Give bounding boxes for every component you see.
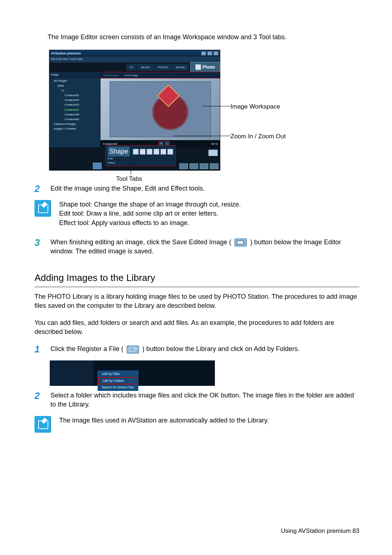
text-fragment: Click the Register a File ( <box>50 345 123 352</box>
callout-label: Zoom In / Zoom Out <box>230 133 286 140</box>
step-3-text: When finishing editing an image, click t… <box>50 238 359 256</box>
lib-step-2-text: Select a folder which includes image fil… <box>50 391 359 409</box>
intro-text: The Image Editor screen consists of an I… <box>48 33 359 42</box>
tool-tab-edit[interactable]: Edit <box>108 156 173 160</box>
mini-panel-left <box>50 360 93 386</box>
note-icon <box>34 200 51 217</box>
callout-label: Image Workspace <box>230 103 280 110</box>
app-window: AVStation premium File Edit View Tools H… <box>49 50 220 170</box>
library-para-2: You can add files, add folders or search… <box>34 318 359 336</box>
window-title: AVStation premium <box>51 51 81 56</box>
tool-tab-shape[interactable]: Shape <box>108 147 130 156</box>
window-controls[interactable] <box>201 51 219 56</box>
page-footer: Using AVStation premium 83 <box>281 527 359 535</box>
title-bar: AVStation premium <box>49 50 220 57</box>
tab-photo[interactable]: PHOTO <box>154 64 172 71</box>
register-file-icon <box>127 346 139 354</box>
minimize-icon[interactable] <box>201 51 206 56</box>
menu-bar[interactable]: File Edit View Tools Help <box>49 57 220 62</box>
callout-zoom: Zoom In / Zoom Out <box>230 132 286 141</box>
library-para-1: The PHOTO Library is a library holding i… <box>34 292 359 310</box>
tool-icon[interactable] <box>154 149 159 155</box>
callout-tool-tabs: Tool Tabs <box>116 175 142 183</box>
step-number-3: 3 <box>34 238 44 256</box>
save-edited-image-icon <box>234 238 247 246</box>
zoom-percent: 46 % <box>211 142 218 146</box>
tool-tab-effect[interactable]: Effect <box>108 161 173 165</box>
workspace-image <box>110 81 211 137</box>
nav-tabs: TV MUSIC PHOTO MOVIE Photo <box>49 62 220 72</box>
tree-root[interactable]: All Images <box>52 78 99 83</box>
sidebar-footer <box>49 147 103 171</box>
step-number-2b: 2 <box>34 391 44 409</box>
callout-label: Tool Tabs <box>116 175 142 182</box>
tool-panel: Shape Edit Effect <box>103 147 220 171</box>
tree-item-selected[interactable]: Creature04 <box>52 107 99 112</box>
save-edited-image-button[interactable] <box>208 150 218 156</box>
tree-captured[interactable]: Captured Images <box>52 122 99 126</box>
tree-month[interactable]: 11 <box>52 88 99 93</box>
image-tree[interactable]: All Images 2005 11 Creature01 Creature02… <box>49 78 100 132</box>
maximize-icon[interactable] <box>207 51 212 56</box>
menu-item-add-files[interactable]: Add by Files <box>98 371 138 377</box>
tool-icon[interactable] <box>133 149 139 155</box>
note-shape-edit-effect: Shape tool: Change the shape of an image… <box>59 200 241 228</box>
lib-step-1-text: Click the Register a File ( ) button bel… <box>50 344 359 354</box>
note-line: Effect tool: Apply various effects to an… <box>59 219 241 228</box>
register-file-button[interactable] <box>93 163 102 169</box>
menu-item-add-folders[interactable]: Add by Folders <box>98 377 138 385</box>
close-icon[interactable] <box>213 51 219 56</box>
tool-icon[interactable] <box>140 149 146 155</box>
image-editor-screenshot: AVStation premium File Edit View Tools H… <box>49 50 339 180</box>
section-heading: Adding Images to the Library <box>34 271 359 284</box>
tree-item[interactable]: Creature05 <box>52 112 99 117</box>
footer-button-icon[interactable] <box>200 163 208 169</box>
tree-item[interactable]: Creature01 <box>52 93 99 98</box>
tree-year[interactable]: 2005 <box>52 83 99 88</box>
note-line: Shape tool: Change the shape of an image… <box>59 200 241 209</box>
tab-music[interactable]: MUSIC <box>137 64 154 71</box>
step-number-2: 2 <box>34 184 44 193</box>
section-rule <box>34 287 359 287</box>
tool-icon[interactable] <box>147 149 152 155</box>
text-fragment: When finishing editing an image, click t… <box>50 238 231 246</box>
tab-movie[interactable]: MOVIE <box>172 64 189 71</box>
register-file-menu[interactable]: Add by Files Add by Folders Search for M… <box>98 371 138 391</box>
tree-item[interactable]: Creature06 <box>52 117 99 122</box>
note-icon <box>34 416 51 433</box>
tool-icon[interactable] <box>160 149 166 155</box>
photo-badge: Photo <box>190 62 220 72</box>
text-fragment: ) button below the Library and click on … <box>142 345 299 352</box>
image-workspace[interactable] <box>101 78 220 140</box>
sidebar: Image All Images 2005 11 Creature01 Crea… <box>49 72 101 147</box>
note-auto-add: The image files used in AVStation are au… <box>59 416 269 425</box>
tool-tabs-box: Shape Edit Effect <box>105 145 176 166</box>
editor-subtabs: View Image Edit Image <box>101 72 220 78</box>
step-2-text: Edit the image using the Shape, Edit and… <box>50 184 359 193</box>
photo-icon <box>195 64 201 70</box>
footer-button-icon[interactable] <box>179 163 188 169</box>
footer-button-icon[interactable] <box>189 163 198 169</box>
subtab-edit-image[interactable]: Edit Image <box>122 73 141 78</box>
tab-tv[interactable]: TV <box>126 64 137 71</box>
sidebar-header: Image <box>49 72 100 78</box>
note-line: Edit tool: Draw a line, add some clip ar… <box>59 209 241 218</box>
subtab-view-image[interactable]: View Image <box>101 73 122 78</box>
callout-image-workspace: Image Workspace <box>230 102 280 111</box>
tree-item[interactable]: Creature03 <box>52 102 99 107</box>
photo-badge-label: Photo <box>203 64 215 70</box>
footer-button-icon[interactable] <box>210 163 219 169</box>
step-number-1: 1 <box>34 344 44 354</box>
register-file-screenshot: Add by Files Add by Folders Search for M… <box>50 360 215 386</box>
tool-icon[interactable] <box>167 149 173 155</box>
tree-item[interactable]: Creature02 <box>52 98 99 102</box>
menu-item-search[interactable]: Search for Media Files <box>98 384 138 391</box>
tree-created[interactable]: Images I Created <box>52 126 99 131</box>
